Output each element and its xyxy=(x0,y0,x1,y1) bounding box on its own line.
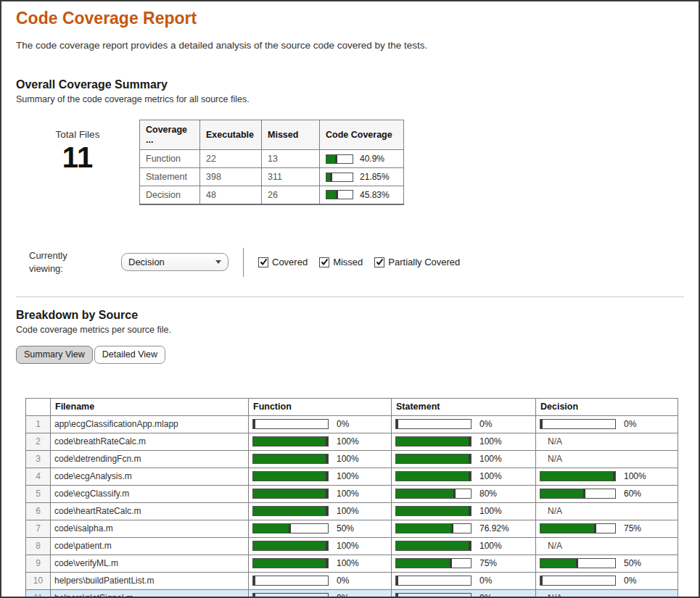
tab-summary-view[interactable]: Summary View xyxy=(16,346,93,364)
metric-cell: 0% xyxy=(392,415,536,433)
coverage-bar xyxy=(252,436,329,447)
coverage-percent-label: 100% xyxy=(337,436,359,447)
metric-cell: 0% xyxy=(536,415,678,433)
table-row[interactable]: 4code\ecgAnalysis.m100%100%100% xyxy=(26,468,678,485)
checkbox-icon xyxy=(258,257,268,267)
summary-column-header: Coverage ... xyxy=(140,120,200,150)
metric-cell: 100% xyxy=(249,537,392,555)
filter-checkbox-missed[interactable]: Missed xyxy=(319,257,363,267)
table-row[interactable]: 1app\ecgClassificationApp.mlapp0%0%0% xyxy=(26,415,678,433)
filename-cell: code\breathRateCalc.m xyxy=(51,433,249,450)
filename-cell: code\isalpha.m xyxy=(51,520,249,537)
coverage-bar xyxy=(395,471,472,481)
coverage-bar-fill xyxy=(396,420,398,428)
coverage-bar xyxy=(540,576,616,586)
coverage-percent-label: 0% xyxy=(337,593,349,598)
metric-cell: 0% xyxy=(392,589,536,598)
coverage-bar xyxy=(252,471,329,481)
summary-row: Statement39831121.85% xyxy=(140,168,404,186)
coverage-bar-fill xyxy=(396,594,398,598)
coverage-bar-fill xyxy=(540,420,543,428)
filter-checkbox-partially-covered[interactable]: Partially Covered xyxy=(374,257,460,267)
summary-metric-name: Statement xyxy=(140,168,200,186)
coverage-bar-fill xyxy=(326,173,332,181)
coverage-bar-fill xyxy=(253,507,328,515)
coverage-bar-fill xyxy=(326,191,338,199)
coverage-bar-fill xyxy=(540,472,615,481)
coverage-bar-fill xyxy=(396,472,471,481)
coverage-percent-label: 100% xyxy=(337,454,359,464)
table-row[interactable]: 6code\heartRateCalc.m100%100%N/A xyxy=(26,502,678,520)
coverage-bar-fill xyxy=(540,559,578,568)
na-label: N/A xyxy=(540,436,562,447)
coverage-percent-label: 50% xyxy=(337,523,354,533)
summary-column-header: Missed xyxy=(262,120,320,150)
currently-viewing-label: Currently viewing: xyxy=(29,249,91,275)
table-row[interactable]: 7code\isalpha.m50%76.92%75% xyxy=(26,520,678,537)
breakdown-column-header: Filename xyxy=(51,398,249,415)
metric-cell: 60% xyxy=(536,485,678,502)
coverage-percent-label: 100% xyxy=(479,506,502,516)
checkbox-icon xyxy=(374,257,384,267)
check-icon xyxy=(376,258,384,266)
metric-cell: 100% xyxy=(249,433,392,450)
view-controls: Currently viewing: Decision CoveredMisse… xyxy=(29,248,699,277)
coverage-percent-label: 76.92% xyxy=(479,523,509,533)
table-row[interactable]: 5code\ecgClassify.m100%80%60% xyxy=(26,485,678,502)
coverage-bar xyxy=(395,523,472,533)
row-number: 3 xyxy=(26,450,51,468)
table-row[interactable]: 8code\patient.m100%100%N/A xyxy=(26,537,678,555)
coverage-bar xyxy=(252,593,329,598)
coverage-percent-label: 100% xyxy=(479,454,502,464)
coverage-percent-label: 45.83% xyxy=(360,190,390,200)
metric-cell: N/A xyxy=(536,433,678,450)
metric-cell: N/A xyxy=(536,502,678,520)
check-icon xyxy=(260,258,268,266)
breakdown-table: FilenameFunctionStatementDecision 1app\e… xyxy=(25,398,678,598)
filename-cell: code\patient.m xyxy=(51,537,249,555)
breakdown-column-header: Statement xyxy=(392,398,536,415)
filter-checkbox-covered[interactable]: Covered xyxy=(258,257,308,267)
tab-detailed-view[interactable]: Detailed View xyxy=(94,346,165,364)
table-row[interactable]: 9code\verifyML.m100%75%50% xyxy=(26,555,678,572)
coverage-bar xyxy=(540,489,616,499)
check-icon xyxy=(321,258,329,266)
coverage-percent-label: 0% xyxy=(479,593,492,598)
coverage-bar-fill xyxy=(540,489,585,498)
section-divider xyxy=(16,296,684,297)
table-row[interactable]: 10helpers\buildPatientList.m0%0%0% xyxy=(26,572,678,589)
metric-cell: 0% xyxy=(249,589,392,598)
coverage-percent-label: 0% xyxy=(337,576,349,586)
summary-column-header: Executable xyxy=(200,120,262,150)
table-row[interactable]: 2code\breathRateCalc.m100%100%N/A xyxy=(26,433,678,450)
na-label: N/A xyxy=(540,506,562,516)
coverage-percent-label: 60% xyxy=(624,489,641,499)
coverage-bar xyxy=(395,436,472,447)
coverage-bar xyxy=(326,173,353,182)
coverage-bar-fill xyxy=(396,507,471,515)
summary-missed-count: 13 xyxy=(262,150,320,168)
coverage-percent-label: 0% xyxy=(479,419,492,429)
summary-coverage-cell: 40.9% xyxy=(320,150,404,168)
summary-executable-count: 22 xyxy=(200,150,262,168)
filename-cell: code\heartRateCalc.m xyxy=(51,502,249,520)
metric-cell: 0% xyxy=(249,415,392,433)
metric-dropdown[interactable]: Decision xyxy=(121,253,228,271)
filter-checkbox-label: Covered xyxy=(272,257,308,267)
coverage-bar xyxy=(395,489,472,499)
coverage-percent-label: 100% xyxy=(479,471,502,481)
coverage-bar-fill xyxy=(253,559,328,568)
filename-cell: code\verifyML.m xyxy=(51,555,249,572)
coverage-percent-label: 40.9% xyxy=(360,154,384,164)
na-label: N/A xyxy=(540,593,562,598)
table-row[interactable]: 3code\detrendingFcn.m100%100%N/A xyxy=(26,450,678,468)
metric-cell: 0% xyxy=(536,572,678,589)
row-number: 6 xyxy=(26,502,51,520)
controls-divider xyxy=(243,248,244,277)
table-row[interactable]: 11helpers\plotSignal.m0%0%N/A xyxy=(26,589,678,598)
breakdown-column-header xyxy=(26,398,51,415)
summary-missed-count: 311 xyxy=(262,168,320,186)
summary-table-body: Function221340.9%Statement39831121.85%De… xyxy=(140,150,404,204)
coverage-bar xyxy=(252,558,329,568)
coverage-bar xyxy=(395,541,472,551)
